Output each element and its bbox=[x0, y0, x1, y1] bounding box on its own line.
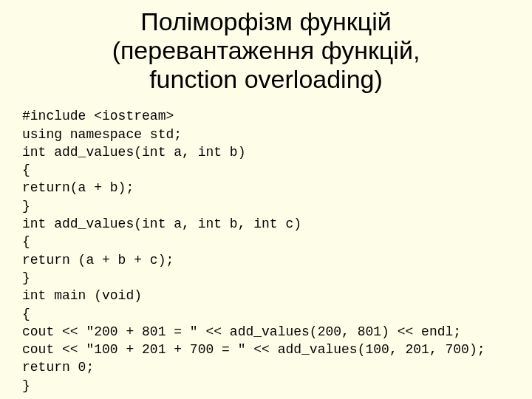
title-line-2: (перевантаження функцій, bbox=[112, 36, 420, 64]
code-line: cout << "200 + 801 = " << add_values(200… bbox=[22, 324, 461, 339]
code-line: cout << "100 + 201 + 700 = " << add_valu… bbox=[22, 342, 485, 357]
code-line: { bbox=[22, 234, 30, 249]
code-line: using namespace std; bbox=[22, 127, 182, 142]
code-line: #include <iostream> bbox=[22, 109, 174, 123]
code-line: { bbox=[22, 163, 30, 177]
code-line: int main (void) bbox=[22, 288, 142, 303]
code-line: { bbox=[22, 307, 30, 321]
code-block: #include <iostream> using namespace std;… bbox=[15, 107, 517, 395]
code-line: return 0; bbox=[22, 360, 94, 375]
code-line: int add_values(int a, int b) bbox=[22, 145, 245, 160]
code-line: } bbox=[22, 270, 30, 285]
code-line: int add_values(int a, int b, int с) bbox=[22, 216, 301, 231]
code-line: return (a + b + с); bbox=[22, 253, 174, 267]
code-line: } bbox=[22, 378, 30, 393]
title-line-1: Поліморфізм функцій bbox=[140, 7, 391, 35]
code-line: } bbox=[22, 199, 30, 214]
slide-title: Поліморфізм функцій (перевантаження функ… bbox=[15, 7, 517, 94]
slide: Поліморфізм функцій (перевантаження функ… bbox=[0, 0, 532, 399]
title-line-3: function overloading) bbox=[149, 65, 383, 93]
code-line: return(a + b); bbox=[22, 180, 134, 195]
